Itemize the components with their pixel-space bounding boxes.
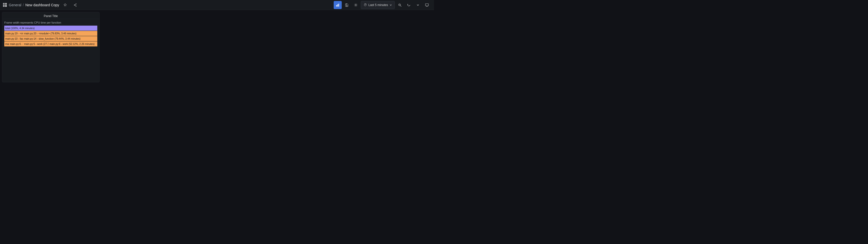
- flame-row-0: total (100%, 4.34 minutes): [4, 26, 97, 31]
- svg-rect-6: [337, 4, 338, 6]
- main-content: Panel Title Frame width represents CPU t…: [0, 10, 434, 84]
- breadcrumb-current: New dashboard Copy: [25, 3, 59, 7]
- clock-icon: ⏱: [364, 3, 367, 7]
- flame-cell-total[interactable]: total (100%, 4.34 minutes): [4, 26, 97, 31]
- share-button[interactable]: [71, 1, 79, 9]
- flame-cell-3-1[interactable]: main.py:6 - work (1.: [9, 41, 23, 46]
- time-range-chevron-icon: [390, 4, 392, 6]
- breadcrumb-general[interactable]: General: [9, 3, 21, 7]
- star-button[interactable]: [61, 1, 69, 9]
- svg-rect-7: [338, 3, 339, 6]
- flame-row-2: main.py:10 - fast_function (19. main.py:…: [4, 36, 97, 41]
- panel-body: Frame width represents CPU time per func…: [2, 19, 99, 82]
- flame-cell-3-2[interactable]: main.py:5 - work (27.31%, 1.18 minutes): [23, 41, 49, 46]
- svg-line-3: [74, 4, 76, 5]
- save-button[interactable]: [343, 1, 351, 9]
- refresh-button[interactable]: [405, 1, 413, 9]
- svg-line-4: [74, 5, 76, 6]
- flame-row-1: main.py:19 - <module> (20.17%, main.py:2…: [4, 31, 97, 36]
- kiosk-button[interactable]: [423, 1, 431, 9]
- zoom-out-button[interactable]: [396, 1, 404, 9]
- flamegraph: total (100%, 4.34 minutes) main.py:19 - …: [4, 26, 97, 46]
- add-panel-button[interactable]: [334, 1, 342, 9]
- topbar-right: ⏱ Last 5 minutes: [334, 1, 431, 9]
- topbar-left: General / New dashboard Copy: [3, 1, 79, 9]
- flame-cell-3-0[interactable]: main.py:5: [4, 41, 9, 46]
- panel-title: Panel Title: [2, 12, 99, 19]
- svg-rect-5: [336, 5, 337, 6]
- svg-point-10: [355, 4, 356, 5]
- flame-cell-2-1[interactable]: main.py:14 - slow_function (79.44%, 3.44…: [23, 36, 97, 41]
- topbar: General / New dashboard Copy ⏱ Last 5 m: [0, 0, 434, 10]
- time-range-label: Last 5 minutes: [368, 3, 388, 7]
- flame-cell-1-0[interactable]: main.py:19 - <module> (20.17%,: [4, 31, 23, 36]
- flame-cell-1-1[interactable]: main.py:20 - <module> (79.83%, 3.46 minu…: [23, 31, 97, 36]
- grid-icon[interactable]: [3, 3, 7, 7]
- svg-marker-14: [408, 4, 408, 4]
- svg-rect-9: [346, 3, 347, 4]
- svg-line-12: [401, 5, 402, 6]
- flame-cell-2-0[interactable]: main.py:10 - fast_function (19.: [4, 36, 23, 41]
- time-range-selector[interactable]: ⏱ Last 5 minutes: [361, 1, 395, 9]
- breadcrumb: General / New dashboard Copy: [9, 3, 59, 7]
- svg-rect-15: [426, 3, 429, 6]
- refresh-options-button[interactable]: [414, 1, 422, 9]
- settings-button[interactable]: [352, 1, 360, 9]
- panel: Panel Title Frame width represents CPU t…: [2, 12, 100, 82]
- svg-rect-8: [346, 5, 347, 6]
- flame-cell-3-3[interactable]: main.py:6 - work (52.12%, 2.26 minutes): [49, 41, 97, 46]
- panel-subtitle: Frame width represents CPU time per func…: [4, 21, 97, 24]
- flame-row-3: main.py:5 main.py:6 - work (1. main.py:5…: [4, 41, 97, 46]
- breadcrumb-separator: /: [23, 3, 24, 7]
